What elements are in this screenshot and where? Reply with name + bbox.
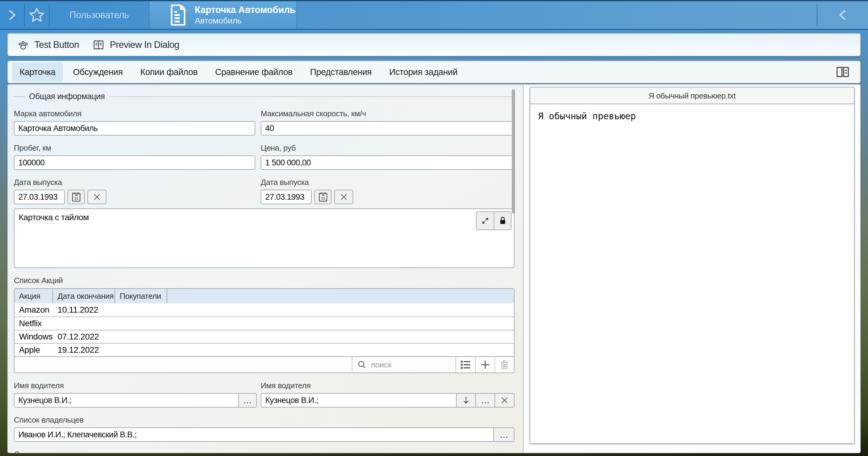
stocks-search-input[interactable]: [371, 360, 451, 369]
tab-kartochka[interactable]: Карточка: [12, 63, 63, 82]
active-tab-title: Карточка Автомобиль: [195, 4, 296, 16]
paw-icon: [17, 38, 30, 51]
nav-forward-button[interactable]: [0, 1, 24, 29]
calendar-icon: 31: [318, 192, 328, 202]
cell-end-date: 10.11.2022: [53, 305, 115, 315]
preview-content: Я обычный превьюер: [530, 104, 854, 128]
price-label: Цена, руб: [261, 143, 515, 153]
calendar-button-2[interactable]: 31: [314, 190, 332, 204]
tab-istoriya-zadaniy[interactable]: История заданий: [381, 63, 465, 82]
clear-date-1-button[interactable]: [87, 190, 106, 204]
column-header-data-okonchaniya[interactable]: Дата окончания: [53, 289, 115, 303]
column-header-pokupateli[interactable]: Покупатели: [115, 289, 167, 303]
tab-obsuzhdeniya[interactable]: Обсуждения: [65, 63, 130, 82]
stocks-label: Список Акций: [14, 276, 515, 285]
group-header-label: Общая информация: [29, 92, 105, 101]
cell-stock: Netflix: [14, 319, 53, 328]
lock-button[interactable]: [494, 212, 511, 229]
release-date-2-label: Дата выпуска: [261, 178, 515, 187]
stocks-table-toolbar: [14, 356, 514, 372]
card-tabstrip: Карточка Обсуждения Копии файлов Сравнен…: [7, 61, 861, 84]
owners-2-label: Список владельцев: [14, 450, 515, 453]
cell-end-date: 19.12.2022: [53, 345, 115, 355]
comment-textarea[interactable]: Карточка с тайлом: [14, 208, 515, 268]
form-row-2: Пробег, км Цена, руб: [14, 135, 515, 170]
comment-block: Карточка с тайлом: [14, 208, 515, 269]
chevron-right-icon: [7, 8, 17, 22]
brand-input[interactable]: [14, 121, 255, 135]
tab-kopii-failov[interactable]: Копии файлов: [133, 63, 205, 82]
choose-from-list-button[interactable]: [456, 357, 475, 373]
driver-2-field: …: [261, 393, 515, 408]
add-row-button[interactable]: [475, 357, 495, 373]
column-header-akciya[interactable]: Акция: [14, 289, 53, 303]
form-row-dates: Дата выпуска 31: [14, 170, 515, 204]
release-date-1-input[interactable]: [14, 190, 65, 204]
document-icon: [169, 4, 187, 26]
driver-2-input[interactable]: [261, 394, 456, 407]
app-window: Пользователь Карточка Автомобиль Автомоб…: [0, 0, 868, 456]
tab-user-label: Пользователь: [69, 10, 129, 21]
driver-2-dropdown-button[interactable]: [456, 394, 475, 407]
arrow-down-icon: [462, 396, 470, 405]
ellipsis-icon: …: [499, 429, 508, 440]
tab-sravnenie-failov[interactable]: Сравнение файлов: [208, 63, 300, 82]
calendar-button-1[interactable]: 31: [67, 190, 85, 204]
driver-2-label: Имя водителя: [261, 381, 515, 390]
release-date-2-input[interactable]: [261, 190, 312, 204]
form-scrollbar-thumb[interactable]: [512, 89, 515, 214]
delete-row-button[interactable]: [495, 357, 514, 373]
clear-date-2-button[interactable]: [334, 190, 353, 204]
toggle-preview-pane-button[interactable]: [833, 64, 852, 80]
table-row[interactable]: Netflix: [14, 317, 514, 330]
form-preview-divider: [523, 85, 524, 453]
split-panel-icon: [836, 66, 849, 78]
topbar-spacer: [297, 1, 817, 29]
driver-2-clear-button[interactable]: [495, 394, 514, 407]
driver-2-select-button[interactable]: …: [475, 394, 495, 407]
action-toolbar: Test Button Preview In Dialog: [7, 33, 861, 56]
owners-1-label: Список владельцев: [14, 415, 515, 425]
cell-stock: Windows: [14, 332, 53, 341]
stocks-table-header: Акция Дата окончания Покупатели: [14, 289, 514, 303]
active-tab-subtitle: Автомобиль: [195, 16, 296, 26]
mileage-input[interactable]: [14, 155, 255, 170]
tab-user[interactable]: Пользователь: [50, 1, 149, 29]
group-header-general: Общая информация: [14, 92, 515, 101]
cell-end-date: 07.12.2022: [53, 332, 115, 341]
table-row[interactable]: Windows 07.12.2022: [14, 330, 514, 343]
test-button[interactable]: Test Button: [17, 38, 79, 51]
expand-editor-button[interactable]: [476, 212, 494, 229]
owners-1-input[interactable]: [14, 428, 493, 441]
tab-card-active[interactable]: Карточка Автомобиль Автомобиль: [149, 1, 297, 29]
clear-icon: [340, 193, 348, 201]
collapse-panel-button[interactable]: [817, 1, 868, 29]
driver-1-field: …: [14, 393, 257, 408]
chevron-left-icon: [838, 8, 848, 22]
price-input[interactable]: [261, 155, 515, 170]
form-area: Общая информация Марка автомобиля Максим…: [8, 85, 523, 453]
ellipsis-icon: …: [481, 395, 490, 405]
preview-file-title: Я обычный превьюер.txt: [530, 87, 854, 104]
max-speed-label: Максимальная скорость, км/ч: [261, 109, 515, 118]
driver-1-input[interactable]: [14, 394, 238, 407]
preview-in-dialog-button[interactable]: Preview In Dialog: [92, 38, 179, 51]
owners-1-select-button[interactable]: …: [493, 428, 514, 441]
list-icon: [460, 360, 471, 370]
lock-icon: [498, 216, 507, 225]
stocks-search: [352, 357, 456, 373]
tab-predstavleniya[interactable]: Представления: [303, 63, 379, 82]
mileage-label: Пробег, км: [14, 143, 255, 153]
stocks-table: Акция Дата окончания Покупатели Amazon 1…: [14, 288, 515, 373]
favorites-button[interactable]: [25, 1, 49, 29]
cell-stock: Amazon: [14, 305, 53, 315]
table-row[interactable]: Amazon 10.11.2022: [14, 303, 514, 317]
ellipsis-icon: …: [243, 395, 252, 405]
driver-1-label: Имя водителя: [14, 381, 255, 390]
table-row[interactable]: Apple 19.12.2022: [14, 343, 514, 356]
legend-dash: [14, 96, 25, 97]
max-speed-input[interactable]: [261, 121, 515, 135]
top-bar: Пользователь Карточка Автомобиль Автомоб…: [0, 0, 868, 30]
driver-1-select-button[interactable]: …: [238, 394, 256, 407]
preview-dialog-icon: [92, 38, 105, 51]
